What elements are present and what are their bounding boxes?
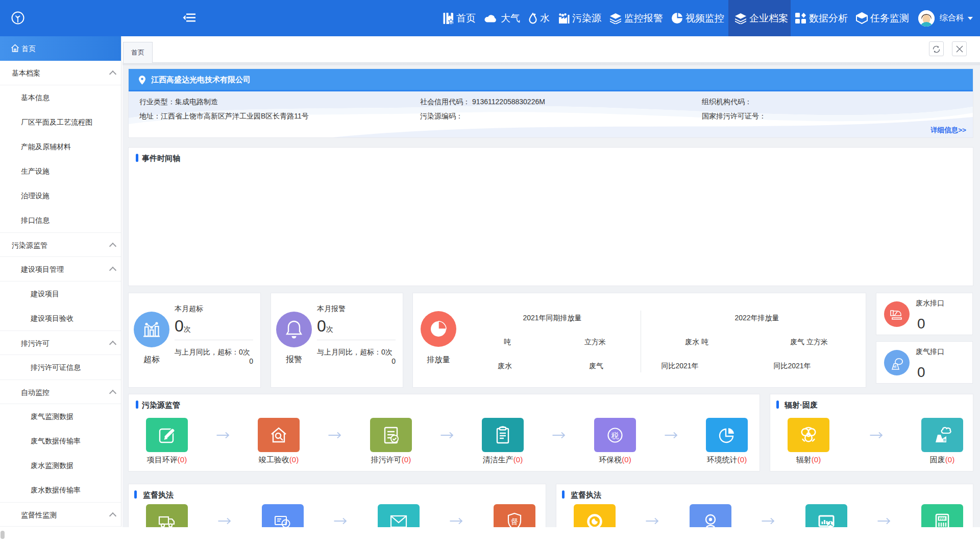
svg-text:督: 督: [511, 517, 518, 526]
svg-text:税: 税: [611, 431, 619, 439]
svg-text:¥: ¥: [284, 521, 287, 527]
